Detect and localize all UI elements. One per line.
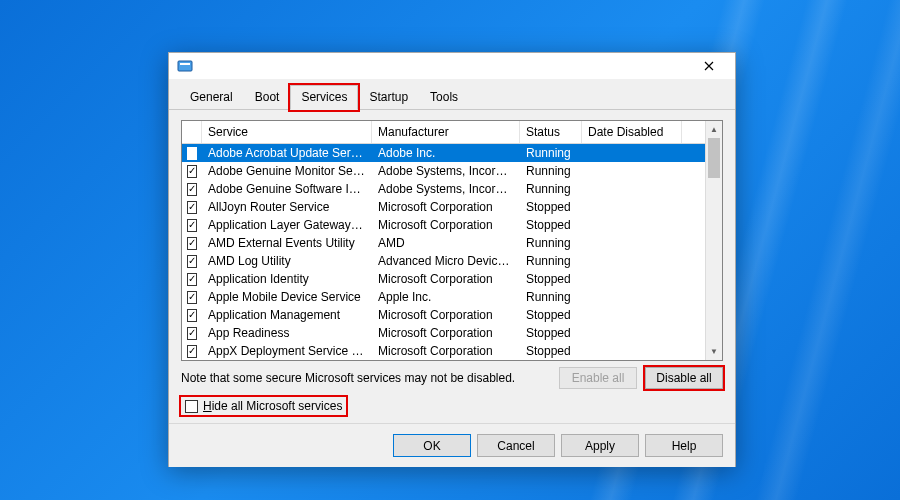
help-button[interactable]: Help [645,434,723,457]
cell-status: Running [520,253,582,269]
table-row[interactable]: ✓App ReadinessMicrosoft CorporationStopp… [182,324,722,342]
table-row[interactable]: ✓Adobe Genuine Software Integri...Adobe … [182,180,722,198]
cell-manufacturer: Microsoft Corporation [372,199,520,215]
cell-service: AppX Deployment Service (AppX... [202,343,372,359]
cell-manufacturer: Adobe Systems, Incorpora... [372,163,520,179]
cell-date-disabled [582,332,682,334]
column-service[interactable]: Service [202,121,372,143]
enable-all-button[interactable]: Enable all [559,367,637,389]
row-checkbox[interactable]: ✓ [182,146,202,161]
close-button[interactable] [689,53,729,79]
cell-date-disabled [582,224,682,226]
row-checkbox[interactable]: ✓ [182,236,202,251]
cell-date-disabled [582,350,682,352]
cell-service: Application Identity [202,271,372,287]
cell-service: AMD Log Utility [202,253,372,269]
table-row[interactable]: ✓AppX Deployment Service (AppX...Microso… [182,342,722,359]
row-checkbox[interactable]: ✓ [182,308,202,323]
table-row[interactable]: ✓Adobe Genuine Monitor ServiceAdobe Syst… [182,162,722,180]
scrollbar[interactable]: ▲ ▼ [705,121,722,360]
cancel-button[interactable]: Cancel [477,434,555,457]
column-checkbox[interactable] [182,121,202,143]
tab-services[interactable]: Services [290,85,358,110]
cell-status: Stopped [520,343,582,359]
apply-button[interactable]: Apply [561,434,639,457]
cell-manufacturer: Adobe Inc. [372,145,520,161]
row-checkbox[interactable]: ✓ [182,218,202,233]
ok-button[interactable]: OK [393,434,471,457]
table-row[interactable]: ✓AMD External Events UtilityAMDRunning [182,234,722,252]
tab-startup[interactable]: Startup [358,85,419,109]
cell-manufacturer: Microsoft Corporation [372,271,520,287]
scroll-up-icon[interactable]: ▲ [706,121,722,138]
cell-date-disabled [582,260,682,262]
cell-service: Adobe Genuine Monitor Service [202,163,372,179]
tab-boot[interactable]: Boot [244,85,291,109]
cell-date-disabled [582,188,682,190]
cell-manufacturer: Microsoft Corporation [372,217,520,233]
table-row[interactable]: ✓Application IdentityMicrosoft Corporati… [182,270,722,288]
row-checkbox[interactable]: ✓ [182,200,202,215]
cell-manufacturer: Microsoft Corporation [372,325,520,341]
svg-rect-0 [178,61,192,71]
hide-microsoft-checkbox[interactable]: Hide all Microsoft services [181,397,346,415]
row-checkbox[interactable]: ✓ [182,326,202,341]
table-row[interactable]: ✓AMD Log UtilityAdvanced Micro Devices, … [182,252,722,270]
app-icon [177,58,193,74]
table-row[interactable]: ✓Adobe Acrobat Update ServiceAdobe Inc.R… [182,144,722,162]
cell-status: Stopped [520,307,582,323]
cell-date-disabled [582,170,682,172]
cell-date-disabled [582,314,682,316]
row-checkbox[interactable]: ✓ [182,344,202,359]
note-row: Note that some secure Microsoft services… [181,367,723,389]
cell-service: AllJoyn Router Service [202,199,372,215]
row-checkbox[interactable]: ✓ [182,164,202,179]
cell-manufacturer: Advanced Micro Devices, I... [372,253,520,269]
tab-tools[interactable]: Tools [419,85,469,109]
dialog-button-row: OK Cancel Apply Help [169,423,735,467]
cell-date-disabled [582,152,682,154]
note-text: Note that some secure Microsoft services… [181,371,551,385]
column-manufacturer[interactable]: Manufacturer [372,121,520,143]
table-row[interactable]: ✓Application ManagementMicrosoft Corpora… [182,306,722,324]
cell-service: Adobe Genuine Software Integri... [202,181,372,197]
hide-microsoft-row: Hide all Microsoft services [181,397,723,415]
row-checkbox[interactable]: ✓ [182,254,202,269]
cell-date-disabled [582,278,682,280]
column-date-disabled[interactable]: Date Disabled [582,121,682,143]
cell-manufacturer: Microsoft Corporation [372,307,520,323]
cell-date-disabled [582,242,682,244]
cell-status: Running [520,163,582,179]
disable-all-button[interactable]: Disable all [645,367,723,389]
cell-status: Stopped [520,325,582,341]
cell-service: Apple Mobile Device Service [202,289,372,305]
cell-service: Adobe Acrobat Update Service [202,145,372,161]
cell-manufacturer: Microsoft Corporation [372,343,520,359]
tab-general[interactable]: General [179,85,244,109]
checkbox-icon [185,400,198,413]
cell-status: Stopped [520,199,582,215]
row-checkbox[interactable]: ✓ [182,290,202,305]
tabstrip: General Boot Services Startup Tools [169,79,735,110]
cell-date-disabled [582,296,682,298]
table-row[interactable]: ✓Apple Mobile Device ServiceApple Inc.Ru… [182,288,722,306]
cell-status: Running [520,289,582,305]
column-status[interactable]: Status [520,121,582,143]
listview-header: Service Manufacturer Status Date Disable… [182,121,722,144]
scroll-down-icon[interactable]: ▼ [706,343,722,360]
scroll-thumb[interactable] [708,138,720,178]
titlebar [169,53,735,79]
listview-body: ✓Adobe Acrobat Update ServiceAdobe Inc.R… [182,144,722,359]
cell-service: App Readiness [202,325,372,341]
cell-manufacturer: Adobe Systems, Incorpora... [372,181,520,197]
cell-service: Application Layer Gateway Service [202,217,372,233]
cell-manufacturer: Apple Inc. [372,289,520,305]
cell-date-disabled [582,206,682,208]
cell-service: AMD External Events Utility [202,235,372,251]
row-checkbox[interactable]: ✓ [182,182,202,197]
table-row[interactable]: ✓Application Layer Gateway ServiceMicros… [182,216,722,234]
cell-status: Stopped [520,271,582,287]
svg-rect-1 [180,63,190,65]
table-row[interactable]: ✓AllJoyn Router ServiceMicrosoft Corpora… [182,198,722,216]
row-checkbox[interactable]: ✓ [182,272,202,287]
